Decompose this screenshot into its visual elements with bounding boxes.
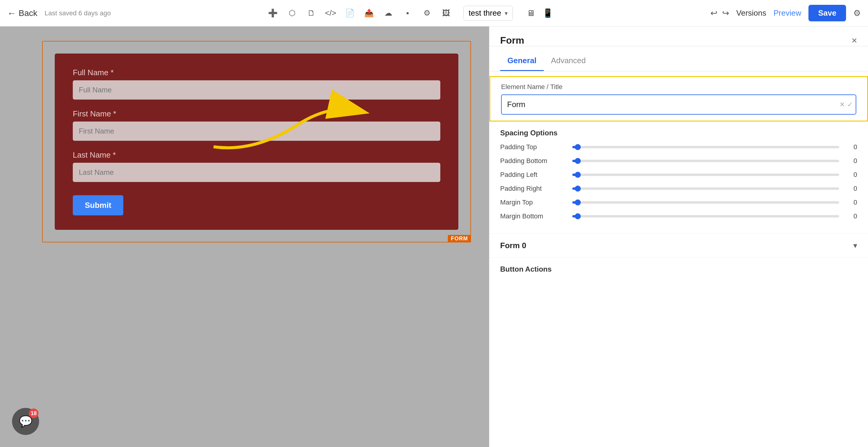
padding-right-thumb[interactable] (575, 186, 581, 191)
spacing-options-title: Spacing Options (500, 129, 857, 137)
chat-badge-count: 18 (29, 409, 38, 418)
header-right: ↩ ↪ Versions Preview Save ⚙ (710, 5, 861, 21)
padding-left-track[interactable] (572, 174, 839, 176)
form-canvas-wrapper[interactable]: Full Name * First Name * Last Name * Sub… (42, 41, 471, 242)
panel-header: Form × (489, 27, 868, 46)
image-icon[interactable]: 🖼 (441, 8, 452, 19)
margin-bottom-thumb[interactable] (575, 213, 581, 219)
header-center: ➕ ⬡ 🗋 </> 📄 📤 ☁ ▪ ⚙ 🖼 test three ▾ 🖥 📱 (111, 6, 710, 21)
cloud-icon[interactable]: ☁ (383, 8, 394, 19)
padding-left-value: 0 (845, 171, 857, 179)
header-left: ← Back Last saved 6 days ago (7, 8, 111, 18)
full-name-input[interactable] (73, 80, 440, 99)
margin-top-value: 0 (845, 199, 857, 206)
full-name-label: Full Name * (73, 68, 440, 77)
pages-icon[interactable]: 🗋 (306, 8, 317, 19)
last-saved-text: Last saved 6 days ago (44, 9, 111, 17)
view-icons: 🖥 📱 (525, 7, 554, 19)
input-confirm-icon[interactable]: ✓ (847, 101, 852, 109)
versions-button[interactable]: Versions (736, 8, 766, 18)
canvas-area: Full Name * First Name * Last Name * Sub… (0, 27, 489, 447)
margin-top-thumb[interactable] (575, 200, 581, 205)
padding-top-value: 0 (845, 143, 857, 151)
redo-button[interactable]: ↪ (722, 8, 729, 18)
margin-top-row: Margin Top 0 (500, 199, 857, 206)
panel-tabs: General Advanced (489, 51, 868, 71)
template-icon[interactable]: 📄 (344, 8, 355, 19)
button-actions-section: Button Actions (489, 258, 868, 281)
last-name-label: Last Name * (73, 150, 440, 160)
header: ← Back Last saved 6 days ago ➕ ⬡ 🗋 </> 📄… (0, 0, 868, 27)
element-name-section: Element Name / Title ✕ ✓ (489, 76, 868, 122)
save-button[interactable]: Save (808, 5, 846, 21)
add-icon[interactable]: ➕ (268, 8, 278, 19)
first-name-label: First Name * (73, 109, 440, 119)
button-actions-title: Button Actions (500, 265, 552, 273)
margin-bottom-row: Margin Bottom 0 (500, 212, 857, 220)
input-clear-icon[interactable]: ✕ (839, 101, 845, 109)
toolbar-icons: ➕ ⬡ 🗋 </> 📄 📤 ☁ ▪ ⚙ 🖼 (268, 8, 452, 19)
padding-right-row: Padding Right 0 (500, 185, 857, 192)
form-badge: FORM (448, 235, 471, 242)
padding-top-thumb[interactable] (575, 144, 581, 150)
margin-bottom-label: Margin Bottom (500, 212, 566, 220)
layers-icon[interactable]: ⬡ (287, 8, 298, 19)
panel-title: Form (500, 35, 524, 46)
padding-top-track[interactable] (572, 146, 839, 148)
input-icons: ✕ ✓ (839, 101, 852, 109)
chat-icon: 💬 (19, 415, 32, 428)
element-name-input-wrapper: ✕ ✓ (501, 94, 856, 115)
submit-button[interactable]: Submit (73, 195, 123, 215)
padding-bottom-value: 0 (845, 157, 857, 165)
page-selector[interactable]: test three ▾ (463, 6, 513, 21)
undo-redo: ↩ ↪ (710, 8, 729, 18)
chevron-down-icon: ▾ (505, 10, 508, 17)
form-canvas-inner: Full Name * First Name * Last Name * Sub… (55, 54, 458, 230)
margin-bottom-value: 0 (845, 212, 857, 220)
spacing-options-section: Spacing Options Padding Top 0 Padding Bo… (489, 122, 868, 234)
desktop-view-icon[interactable]: 🖥 (525, 7, 537, 19)
back-button[interactable]: ← Back (7, 8, 37, 18)
element-name-input[interactable] (501, 94, 856, 115)
page-name: test three (469, 8, 501, 18)
padding-right-value: 0 (845, 185, 857, 192)
tab-advanced[interactable]: Advanced (544, 51, 593, 71)
margin-bottom-track[interactable] (572, 215, 839, 217)
padding-bottom-label: Padding Bottom (500, 157, 566, 165)
form-section[interactable]: Form 0 ▾ (489, 234, 868, 258)
export-icon[interactable]: 📤 (364, 8, 374, 19)
padding-bottom-row: Padding Bottom 0 (500, 157, 857, 165)
code-icon[interactable]: </> (325, 8, 336, 19)
padding-top-label: Padding Top (500, 143, 566, 151)
padding-left-thumb[interactable] (575, 172, 581, 178)
full-name-field-group: Full Name * (73, 68, 440, 99)
tab-general[interactable]: General (500, 51, 544, 71)
panel-settings-icon[interactable]: ⚙ (853, 8, 861, 18)
padding-right-label: Padding Right (500, 185, 566, 192)
back-label: Back (19, 8, 37, 18)
padding-left-row: Padding Left 0 (500, 171, 857, 179)
form-section-title: Form 0 (500, 241, 526, 250)
padding-right-track[interactable] (572, 187, 839, 190)
layout-icon[interactable]: ▪ (402, 8, 413, 19)
panel-close-button[interactable]: × (851, 35, 857, 46)
settings-icon[interactable]: ⚙ (422, 8, 432, 19)
padding-left-label: Padding Left (500, 171, 566, 179)
last-name-field-group: Last Name * (73, 150, 440, 182)
preview-button[interactable]: Preview (774, 8, 801, 18)
margin-top-track[interactable] (572, 201, 839, 204)
undo-button[interactable]: ↩ (710, 8, 717, 18)
padding-bottom-thumb[interactable] (575, 158, 581, 164)
back-arrow-icon: ← (7, 8, 16, 18)
first-name-field-group: First Name * (73, 109, 440, 141)
padding-bottom-track[interactable] (572, 160, 839, 162)
last-name-input[interactable] (73, 163, 440, 182)
form-section-chevron-icon: ▾ (853, 241, 857, 250)
element-name-label: Element Name / Title (501, 83, 856, 91)
margin-top-label: Margin Top (500, 199, 566, 206)
chat-badge[interactable]: 💬 18 (12, 408, 39, 435)
tablet-view-icon[interactable]: 📱 (542, 7, 554, 19)
padding-top-row: Padding Top 0 (500, 143, 857, 151)
first-name-input[interactable] (73, 122, 440, 141)
right-panel: Form × General Advanced Element Name / T… (489, 27, 868, 447)
